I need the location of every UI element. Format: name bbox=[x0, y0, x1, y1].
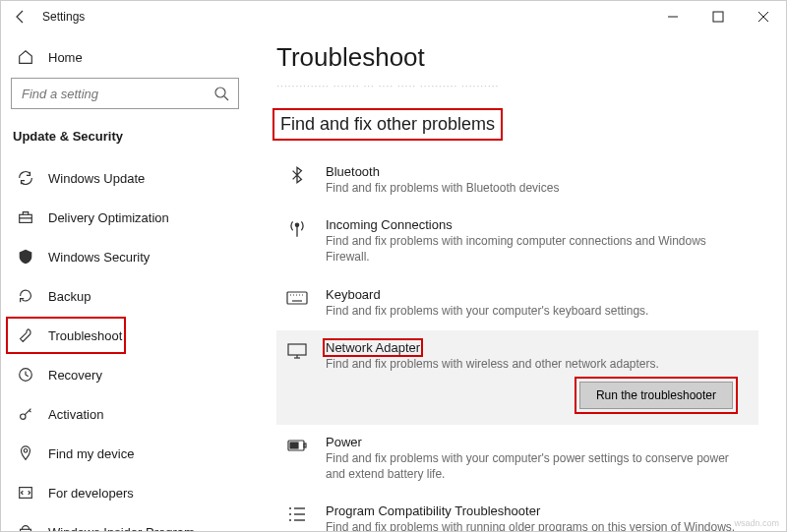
sidebar-item-label: Activation bbox=[48, 407, 103, 422]
home-icon bbox=[17, 48, 34, 66]
ts-text: Power Find and fix problems with your co… bbox=[326, 435, 751, 482]
ts-name: Bluetooth bbox=[326, 164, 751, 179]
ts-name: Incoming Connections bbox=[326, 217, 751, 232]
sidebar-item-label: Windows Insider Program bbox=[48, 525, 195, 532]
ts-item-bluetooth[interactable]: Bluetooth Find and fix problems with Blu… bbox=[276, 154, 758, 207]
sidebar-item-recovery[interactable]: Recovery bbox=[11, 356, 239, 393]
sidebar-item-activation[interactable]: Activation bbox=[11, 395, 239, 433]
window-controls bbox=[650, 1, 786, 32]
monitor-icon bbox=[284, 340, 310, 372]
home-button[interactable]: Home bbox=[11, 40, 239, 76]
sidebar-item-troubleshoot[interactable]: Troubleshoot bbox=[11, 317, 239, 354]
ts-item-power[interactable]: Power Find and fix problems with your co… bbox=[276, 425, 758, 494]
arrow-left-icon bbox=[13, 9, 29, 25]
ts-name: Power bbox=[326, 435, 751, 449]
sidebar-item-windows-update[interactable]: Windows Update bbox=[11, 159, 239, 197]
minimize-button[interactable] bbox=[650, 1, 696, 32]
sidebar-item-label: Delivery Optimization bbox=[48, 210, 169, 225]
titlebar: Settings bbox=[1, 1, 786, 32]
maximize-button[interactable] bbox=[696, 1, 741, 32]
shield-icon bbox=[17, 248, 34, 266]
search-input[interactable] bbox=[11, 78, 239, 109]
troubleshooter-list: Bluetooth Find and fix problems with Blu… bbox=[276, 154, 758, 531]
sidebar-item-for-developers[interactable]: For developers bbox=[11, 474, 239, 511]
run-troubleshooter-button[interactable]: Run the troubleshooter bbox=[579, 382, 733, 409]
search-wrap bbox=[11, 78, 239, 109]
ts-name: Keyboard bbox=[326, 287, 751, 302]
ts-desc: Find and fix problems with incoming comp… bbox=[326, 233, 751, 265]
power-icon bbox=[284, 435, 310, 482]
ts-text: Incoming Connections Find and fix proble… bbox=[326, 217, 751, 265]
svg-point-12 bbox=[295, 223, 298, 226]
ts-item-network-adapter[interactable]: Network Adapter Find and fix problems wi… bbox=[276, 330, 758, 425]
svg-line-5 bbox=[224, 96, 228, 100]
close-icon bbox=[756, 9, 771, 25]
ts-name: Network Adapter bbox=[326, 340, 420, 355]
section-title: Find and fix other problems bbox=[276, 112, 499, 137]
ts-desc: Find and fix problems with your computer… bbox=[326, 450, 751, 482]
svg-rect-25 bbox=[290, 443, 298, 448]
search-icon bbox=[213, 86, 229, 101]
antenna-icon bbox=[284, 217, 310, 265]
wrench-icon bbox=[17, 326, 34, 344]
sync-icon bbox=[17, 169, 34, 187]
page-title: Troubleshoot bbox=[276, 42, 758, 73]
ts-row: Network Adapter Find and fix problems wi… bbox=[284, 340, 751, 372]
list-icon bbox=[284, 503, 310, 531]
sidebar-item-label: Find my device bbox=[48, 446, 134, 461]
developer-icon bbox=[17, 484, 34, 502]
ts-desc: Find and fix problems with wireless and … bbox=[326, 356, 751, 372]
sidebar-section-header: Update & Security bbox=[11, 125, 239, 157]
sidebar-item-label: Windows Security bbox=[48, 250, 150, 265]
svg-point-9 bbox=[24, 449, 28, 453]
sidebar-item-backup[interactable]: Backup bbox=[11, 277, 239, 315]
sidebar-item-label: For developers bbox=[48, 486, 134, 501]
sidebar-item-windows-insider[interactable]: Windows Insider Program bbox=[11, 513, 239, 531]
sidebar-item-delivery-optimization[interactable]: Delivery Optimization bbox=[11, 199, 239, 236]
app-title: Settings bbox=[42, 10, 85, 24]
run-button-row: Run the troubleshooter bbox=[284, 382, 751, 409]
ts-text: Program Compatibility Troubleshooter Fin… bbox=[326, 503, 751, 531]
watermark: wsadn.com bbox=[734, 518, 779, 528]
keyboard-icon bbox=[284, 287, 310, 319]
insider-icon bbox=[17, 523, 34, 531]
sidebar-item-label: Backup bbox=[48, 289, 91, 304]
ts-name: Program Compatibility Troubleshooter bbox=[326, 503, 751, 518]
sidebar-item-label: Troubleshoot bbox=[48, 328, 122, 343]
svg-rect-11 bbox=[21, 529, 31, 531]
faded-text: ·············· ······· ··· ···· ····· ··… bbox=[276, 79, 758, 92]
backup-icon bbox=[17, 287, 34, 305]
ts-item-incoming-connections[interactable]: Incoming Connections Find and fix proble… bbox=[276, 207, 758, 276]
titlebar-left: Settings bbox=[13, 9, 85, 25]
sidebar-item-find-my-device[interactable]: Find my device bbox=[11, 435, 239, 472]
svg-rect-1 bbox=[713, 12, 723, 22]
minimize-icon bbox=[665, 9, 681, 25]
sidebar-item-label: Recovery bbox=[48, 368, 102, 383]
ts-text: Keyboard Find and fix problems with your… bbox=[326, 287, 751, 319]
maximize-icon bbox=[710, 9, 726, 25]
body: Home Update & Security Windows Update De… bbox=[1, 32, 786, 531]
svg-rect-20 bbox=[288, 344, 306, 355]
settings-window: Settings Home Update & Security bbox=[0, 0, 787, 532]
ts-desc: Find and fix problems with running older… bbox=[326, 519, 751, 531]
back-button[interactable] bbox=[13, 9, 29, 25]
ts-item-program-compatibility[interactable]: Program Compatibility Troubleshooter Fin… bbox=[276, 494, 758, 531]
svg-point-4 bbox=[215, 88, 225, 97]
location-icon bbox=[17, 444, 34, 462]
sidebar-item-label: Windows Update bbox=[48, 171, 145, 186]
sidebar-item-windows-security[interactable]: Windows Security bbox=[11, 238, 239, 275]
sidebar: Home Update & Security Windows Update De… bbox=[1, 32, 249, 531]
ts-item-keyboard[interactable]: Keyboard Find and fix problems with your… bbox=[276, 277, 758, 330]
ts-text: Bluetooth Find and fix problems with Blu… bbox=[326, 164, 751, 196]
key-icon bbox=[17, 405, 34, 423]
svg-rect-13 bbox=[287, 292, 307, 304]
section-title-wrap: Find and fix other problems bbox=[276, 112, 499, 137]
bluetooth-icon bbox=[284, 164, 310, 196]
content: Troubleshoot ·············· ······· ··· … bbox=[249, 32, 786, 531]
ts-desc: Find and fix problems with Bluetooth dev… bbox=[326, 180, 751, 196]
close-button[interactable] bbox=[741, 1, 786, 32]
ts-text: Network Adapter Find and fix problems wi… bbox=[326, 340, 751, 372]
ts-desc: Find and fix problems with your computer… bbox=[326, 303, 751, 319]
recovery-icon bbox=[17, 366, 34, 384]
home-label: Home bbox=[48, 50, 83, 65]
